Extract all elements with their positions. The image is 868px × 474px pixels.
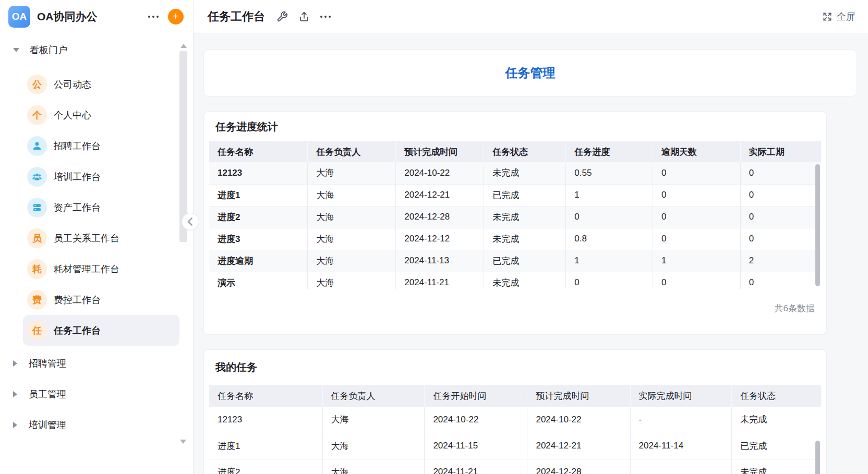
table-cell: 大海 (308, 206, 396, 228)
table-cell (630, 459, 732, 474)
progress-section-title: 任务进度统计 (215, 120, 821, 134)
sidebar-item-label: 个人中心 (54, 109, 91, 121)
sidebar-item-company[interactable]: 公公司动态 (23, 69, 179, 100)
sidebar-item-label: 资产工作台 (54, 201, 101, 214)
sidebar-item-expense[interactable]: 费费控工作台 (23, 284, 179, 315)
sidebar-item-person[interactable]: 招聘工作台 (23, 130, 179, 161)
sidebar-group[interactable]: 员工管理 (0, 379, 193, 409)
sidebar-group-label: 看板门户 (30, 44, 67, 56)
table-row[interactable]: 进度2大海2024-11-212024-12-28未完成 (209, 459, 821, 474)
scroll-down-icon[interactable] (180, 440, 186, 444)
table-cell: 大海 (308, 272, 396, 289)
task-icon: 任 (27, 321, 47, 341)
table-cell: 未完成 (484, 206, 566, 228)
column-header: 任务负责人 (308, 141, 396, 162)
sidebar-item-label: 员工关系工作台 (54, 232, 119, 245)
table-cell: 0 (740, 206, 821, 228)
mytasks-section-title: 我的任务 (215, 360, 821, 374)
table-cell: 已完成 (484, 250, 566, 272)
column-header: 任务负责人 (322, 385, 425, 407)
fullscreen-button[interactable]: 全屏 (822, 10, 855, 23)
sidebar-group-label: 培训管理 (29, 419, 66, 431)
fullscreen-label: 全屏 (837, 10, 855, 23)
sidebar-item-people[interactable]: 培训工作台 (23, 161, 179, 192)
main-area: 任务工作台 全屏 任务管理 (194, 0, 868, 474)
page-header-title: 任务工作台 (208, 9, 265, 25)
chevron-left-icon (182, 213, 199, 230)
sidebar-group-label: 招聘管理 (29, 357, 66, 370)
sidebar-nav: 看板门户 公公司动态个个人中心招聘工作台培训工作台资产工作台员员工关系工作台耗耗… (0, 38, 193, 440)
table-cell: 未完成 (484, 162, 566, 184)
table-cell: 0 (740, 184, 821, 206)
sidebar-more-icon[interactable] (148, 16, 159, 18)
column-header: 实际工期 (740, 141, 821, 162)
table-cell: 1 (566, 250, 653, 272)
table-cell: 2 (740, 250, 821, 272)
sidebar-item-server[interactable]: 资产工作台 (23, 192, 179, 223)
table-cell: 2024-11-21 (396, 272, 484, 289)
wrench-icon[interactable] (276, 11, 288, 22)
sidebar-group-portal[interactable]: 看板门户 (0, 38, 193, 63)
table-cell: 2024-11-15 (425, 433, 527, 459)
company-icon: 公 (27, 75, 47, 94)
column-header: 预计完成时间 (527, 385, 630, 407)
scroll-up-icon[interactable] (180, 44, 187, 48)
table-cell: 大海 (308, 250, 396, 272)
sidebar-item-task[interactable]: 任任务工作台 (23, 315, 179, 346)
sidebar-item-label: 耗材管理工作台 (54, 263, 119, 275)
table-cell: 0.55 (566, 162, 653, 184)
caret-right-icon (13, 360, 17, 367)
table-cell: 0 (653, 272, 740, 289)
sidebar-collapse-button[interactable] (182, 213, 199, 230)
app-logo: OA (8, 6, 30, 28)
mytasks-table-scrollbar-thumb[interactable] (815, 441, 820, 474)
table-cell: 大海 (322, 407, 425, 433)
table-cell: 0 (740, 228, 821, 250)
table-cell: 1 (653, 250, 740, 272)
table-cell: 2024-10-22 (527, 407, 630, 433)
sidebar-items: 公公司动态个个人中心招聘工作台培训工作台资产工作台员员工关系工作台耗耗材管理工作… (0, 69, 193, 346)
progress-table-scrollbar-thumb[interactable] (815, 164, 820, 286)
header-ellipsis-icon[interactable] (320, 16, 331, 18)
add-button[interactable]: + (168, 9, 184, 25)
people-icon (27, 167, 47, 187)
sidebar-item-consumable[interactable]: 耗耗材管理工作台 (23, 253, 179, 284)
table-cell: 0 (566, 206, 653, 228)
table-cell: 未完成 (484, 272, 566, 289)
column-header: 任务名称 (209, 385, 322, 407)
table-cell: 12123 (209, 162, 308, 184)
sidebar-item-personal[interactable]: 个个人中心 (23, 100, 179, 130)
table-cell: 2024-10-22 (396, 162, 484, 184)
table-row[interactable]: 进度逾期大海2024-11-13已完成112 (209, 250, 821, 272)
table-cell: 进度逾期 (209, 250, 308, 272)
table-row[interactable]: 进度3大海2024-12-12未完成0.800 (209, 228, 821, 250)
app-title: OA协同办公 (37, 9, 148, 24)
caret-right-icon (13, 391, 17, 397)
upload-icon[interactable] (298, 11, 310, 22)
table-row[interactable]: 演示大海2024-11-21未完成000 (209, 272, 821, 289)
dashboard-content: 任务管理 任务进度统计 任务名称任务负责人预计完成时间任务状态任务进度逾期天数实… (194, 33, 868, 474)
sidebar-item-label: 招聘工作台 (54, 140, 101, 152)
table-cell: 0.8 (566, 228, 653, 250)
table-row[interactable]: 12123大海2024-10-22未完成0.5500 (209, 162, 821, 184)
table-row[interactable]: 进度1大海2024-11-152024-12-212024-11-14已完成 (209, 433, 821, 459)
page-title-card: 任务管理 (203, 50, 857, 96)
table-cell: 大海 (308, 184, 396, 206)
sidebar-group-label: 员工管理 (29, 388, 66, 400)
main-header: 任务工作台 全屏 (194, 0, 868, 33)
table-row[interactable]: 进度2大海2024-12-28未完成000 (209, 206, 821, 228)
table-cell: 大海 (322, 433, 425, 459)
table-cell: 2024-12-28 (396, 206, 484, 228)
column-header: 逾期天数 (653, 141, 740, 162)
table-row[interactable]: 进度1大海2024-12-21已完成100 (209, 184, 821, 206)
table-row[interactable]: 12123大海2024-10-222024-10-22-未完成 (209, 407, 821, 433)
table-cell: 2024-10-22 (425, 407, 527, 433)
server-icon (27, 198, 47, 217)
sidebar-group[interactable]: 培训管理 (0, 409, 193, 440)
sidebar-item-employee[interactable]: 员员工关系工作台 (23, 223, 179, 253)
sidebar-group[interactable]: 招聘管理 (0, 348, 193, 379)
sidebar-scrollbar[interactable] (179, 44, 187, 242)
mytasks-table: 任务名称任务负责人任务开始时间预计完成时间实际完成时间任务状态 12123大海2… (209, 385, 821, 474)
table-cell: 已完成 (484, 184, 566, 206)
page-title: 任务管理 (505, 65, 556, 81)
